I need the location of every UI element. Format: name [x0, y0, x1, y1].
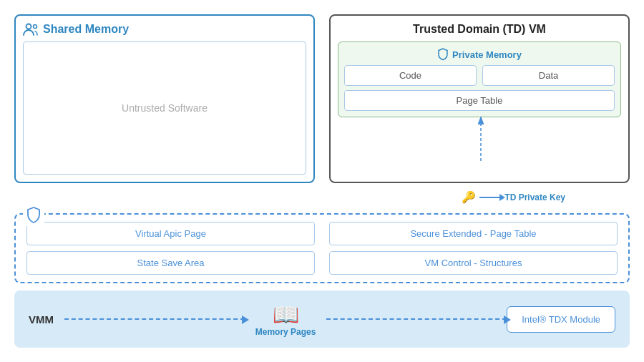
middle-dashed-section: Virtual Apic Page State Save Area Secure… — [14, 213, 630, 283]
book-icon: 📖 — [273, 302, 299, 327]
shared-memory-title: Shared Memory — [23, 23, 306, 36]
key-icon: 🔑 — [462, 190, 476, 204]
shared-memory-panel: Shared Memory Untrusted Software — [14, 14, 315, 183]
private-memory-title: Private Memory — [344, 48, 615, 61]
tdx-module-label: Intel® TDX Module — [522, 314, 600, 325]
memory-pages-label: Memory Pages — [255, 327, 316, 337]
code-box: Code — [344, 65, 477, 86]
virtual-apic-page-item: Virtual Apic Page — [26, 222, 315, 245]
vmm-label: VMM — [29, 313, 64, 326]
vm-control-structures-item: VM Control - Structures — [329, 251, 618, 275]
td-vm-panel: Trusted Domain (TD) VM Private Memory Co… — [329, 14, 630, 183]
dashed-left: Virtual Apic Page State Save Area — [26, 222, 315, 275]
state-save-area-item: State Save Area — [26, 251, 315, 275]
td-private-key: 🔑 TD Private Key — [462, 190, 587, 204]
key-arrow — [479, 197, 501, 198]
bottom-row: VMM 📖 Memory Pages Intel® TDX Module — [14, 290, 630, 348]
shield-icon — [437, 48, 449, 61]
untrusted-software-box: Untrusted Software — [23, 41, 306, 175]
secure-extended-page-table-item: Secure Extended - Page Table — [329, 222, 618, 245]
users-icon — [23, 23, 39, 36]
data-box: Data — [482, 65, 615, 86]
untrusted-software-label: Untrusted Software — [122, 102, 208, 114]
tdx-module-box: Intel® TDX Module — [507, 306, 615, 333]
page-table-box: Page Table — [344, 90, 615, 111]
svg-point-1 — [34, 25, 37, 29]
memory-pages-container: 📖 Memory Pages — [245, 302, 327, 337]
dashed-right: Secure Extended - Page Table VM Control … — [329, 222, 618, 275]
private-memory-box: Private Memory Code Data Page Table — [338, 41, 621, 117]
td-private-key-label: TD Private Key — [504, 192, 565, 202]
svg-point-0 — [26, 24, 31, 29]
td-vm-title: Trusted Domain (TD) VM — [338, 23, 621, 36]
shield-dashed-icon — [23, 206, 44, 226]
